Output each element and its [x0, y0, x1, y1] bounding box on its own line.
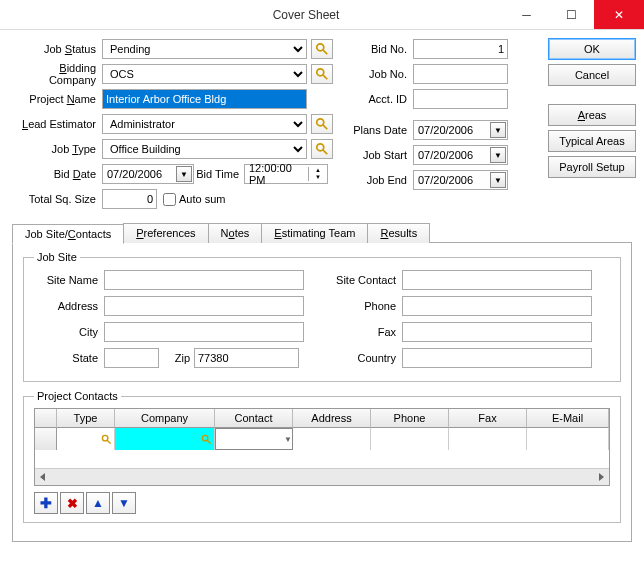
plus-icon: ✚ [40, 495, 52, 511]
svg-point-10 [202, 435, 208, 441]
horizontal-scrollbar[interactable] [35, 468, 609, 485]
maximize-button[interactable]: ☐ [549, 0, 594, 29]
bidding-company-lookup-button[interactable] [311, 64, 333, 84]
svg-line-3 [323, 75, 327, 79]
acct-id-input[interactable] [413, 89, 508, 109]
site-contact-input[interactable] [402, 270, 592, 290]
country-label: Country [324, 352, 402, 364]
zip-input[interactable] [194, 348, 299, 368]
job-end-input[interactable]: 07/20/2006▼ [413, 170, 508, 190]
spinner-icon[interactable]: ▲▼ [308, 167, 327, 181]
dropdown-icon[interactable]: ▼ [490, 122, 506, 138]
state-label: State [34, 352, 104, 364]
auto-sum-checkbox[interactable]: Auto sum [163, 193, 225, 206]
zip-label: Zip [159, 352, 194, 364]
company-cell[interactable] [115, 428, 215, 450]
job-start-input[interactable]: 07/20/2006▼ [413, 145, 508, 165]
col-address[interactable]: Address [293, 409, 371, 428]
move-up-button[interactable]: ▲ [86, 492, 110, 514]
svg-point-8 [102, 435, 108, 441]
dropdown-icon[interactable]: ▼ [490, 147, 506, 163]
table-row[interactable]: ▼ [35, 428, 609, 450]
email-cell[interactable] [527, 428, 609, 450]
job-no-input[interactable] [413, 64, 508, 84]
svg-line-7 [323, 150, 327, 154]
areas-button[interactable]: Areas [548, 104, 636, 126]
job-status-lookup-button[interactable] [311, 39, 333, 59]
row-marker-header [35, 409, 57, 428]
bid-no-label: Bid No. [353, 43, 413, 55]
col-type[interactable]: Type [57, 409, 115, 428]
state-input[interactable] [104, 348, 159, 368]
job-status-select[interactable]: Pending [102, 39, 307, 59]
bid-date-label: Bid Date [12, 168, 102, 180]
lead-estimator-select[interactable]: Administrator [102, 114, 307, 134]
tab-notes[interactable]: Notes [208, 223, 263, 243]
project-contacts-legend: Project Contacts [34, 390, 121, 402]
job-status-label: Job Status [12, 43, 102, 55]
fax-cell[interactable] [449, 428, 527, 450]
address-label: Address [34, 300, 104, 312]
job-type-select[interactable]: Office Building [102, 139, 307, 159]
bid-date-input[interactable]: 07/20/2006▼ [102, 164, 194, 184]
bidding-company-select[interactable]: OCS [102, 64, 307, 84]
plans-date-input[interactable]: 07/20/2006▼ [413, 120, 508, 140]
col-phone[interactable]: Phone [371, 409, 449, 428]
typical-areas-button[interactable]: Typical Areas [548, 130, 636, 152]
total-sq-size-input[interactable] [102, 189, 157, 209]
bid-no-input[interactable] [413, 39, 508, 59]
svg-line-1 [323, 50, 327, 54]
site-name-input[interactable] [104, 270, 304, 290]
window-title: Cover Sheet [108, 8, 504, 22]
magnify-icon [201, 434, 212, 445]
country-input[interactable] [402, 348, 592, 368]
lead-estimator-lookup-button[interactable] [311, 114, 333, 134]
col-company[interactable]: Company [115, 409, 215, 428]
job-site-legend: Job Site [34, 251, 80, 263]
city-input[interactable] [104, 322, 304, 342]
tab-job-site-contacts[interactable]: Job Site/Contacts [12, 224, 124, 244]
svg-line-5 [323, 125, 327, 129]
col-email[interactable]: E-Mail [527, 409, 609, 428]
fax-input[interactable] [402, 322, 592, 342]
payroll-setup-button[interactable]: Payroll Setup [548, 156, 636, 178]
down-arrow-icon: ▼ [118, 496, 130, 510]
close-button[interactable]: ✕ [594, 0, 644, 29]
svg-point-6 [317, 144, 324, 151]
tab-results[interactable]: Results [367, 223, 430, 243]
ok-button[interactable]: OK [548, 38, 636, 60]
address-input[interactable] [104, 296, 304, 316]
site-contact-label: Site Contact [324, 274, 402, 286]
job-no-label: Job No. [353, 68, 413, 80]
contacts-table: Type Company Contact Address Phone Fax E… [34, 408, 610, 486]
svg-line-9 [107, 440, 110, 443]
phone-input[interactable] [402, 296, 592, 316]
job-type-lookup-button[interactable] [311, 139, 333, 159]
plans-date-label: Plans Date [353, 124, 413, 136]
dropdown-icon[interactable]: ▼ [176, 166, 192, 182]
contact-cell[interactable]: ▼ [215, 428, 293, 450]
svg-point-4 [317, 119, 324, 126]
tab-estimating-team[interactable]: Estimating Team [261, 223, 368, 243]
tab-preferences[interactable]: Preferences [123, 223, 208, 243]
col-fax[interactable]: Fax [449, 409, 527, 428]
add-row-button[interactable]: ✚ [34, 492, 58, 514]
col-contact[interactable]: Contact [215, 409, 293, 428]
address-cell[interactable] [293, 428, 371, 450]
phone-cell[interactable] [371, 428, 449, 450]
magnify-icon [315, 67, 329, 81]
move-down-button[interactable]: ▼ [112, 492, 136, 514]
delete-row-button[interactable]: ✖ [60, 492, 84, 514]
dropdown-icon[interactable]: ▼ [490, 172, 506, 188]
city-label: City [34, 326, 104, 338]
cancel-button[interactable]: Cancel [548, 64, 636, 86]
job-start-label: Job Start [353, 149, 413, 161]
window-titlebar: Cover Sheet ─ ☐ ✕ [0, 0, 644, 30]
type-cell[interactable] [57, 428, 115, 450]
bid-time-input[interactable]: 12:00:00 PM▲▼ [244, 164, 328, 184]
minimize-button[interactable]: ─ [504, 0, 549, 29]
job-site-group: Job Site Site Name Address City StateZip… [23, 251, 621, 382]
project-name-input[interactable] [102, 89, 307, 109]
project-name-label: Project Name [12, 93, 102, 105]
lead-estimator-label: Lead Estimator [12, 118, 102, 130]
